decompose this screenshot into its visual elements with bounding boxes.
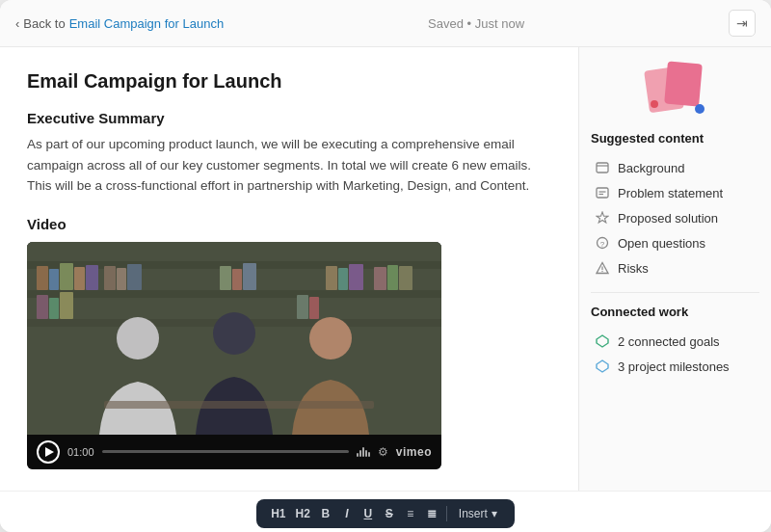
- toolbar-divider: [446, 506, 447, 521]
- toolbar-strikethrough[interactable]: S: [381, 505, 398, 522]
- milestones-icon: [595, 359, 610, 374]
- svg-rect-12: [220, 266, 231, 290]
- svg-rect-4: [37, 266, 48, 290]
- video-label: Video: [27, 216, 551, 232]
- svg-rect-19: [387, 265, 398, 290]
- app-window: ‹ Back to Email Campaign for Launch Save…: [0, 0, 771, 532]
- svg-rect-18: [374, 267, 386, 290]
- video-time: 01:00: [67, 446, 94, 458]
- document-title: Email Campaign for Launch: [27, 70, 551, 93]
- video-controls[interactable]: 01:00 ⚙ vimeo: [27, 435, 441, 469]
- play-button[interactable]: [37, 440, 60, 464]
- sidebar-item-background[interactable]: Background: [591, 155, 759, 180]
- back-chevron: ‹: [15, 16, 19, 31]
- toolbar-bold[interactable]: B: [317, 505, 334, 522]
- toolbar-underline[interactable]: U: [359, 505, 377, 522]
- toolbar-insert-button[interactable]: Insert ▾: [453, 505, 503, 522]
- svg-rect-23: [60, 292, 73, 319]
- sidebar-item-solution[interactable]: Proposed solution: [591, 205, 759, 230]
- svg-rect-16: [338, 268, 348, 290]
- toolbar-inner: H1 H2 B I U S ≡ ≣ Insert ▾: [256, 499, 515, 528]
- toolbar-list-unordered[interactable]: ≡: [402, 505, 419, 522]
- svg-point-27: [213, 312, 255, 355]
- svg-text:?: ?: [600, 240, 605, 249]
- video-container[interactable]: 01:00 ⚙ vimeo: [27, 242, 441, 469]
- svg-rect-14: [243, 263, 256, 290]
- sidebar-item-questions[interactable]: ? Open questions: [591, 230, 759, 255]
- solution-icon: [595, 210, 610, 226]
- connected-goals[interactable]: 2 connected goals: [591, 329, 759, 354]
- svg-rect-8: [86, 265, 98, 290]
- problem-icon: [595, 185, 610, 200]
- svg-rect-9: [104, 266, 116, 290]
- section-heading-summary: Executive Summary: [27, 110, 551, 126]
- section-body-summary: As part of our upcoming product launch, …: [27, 134, 551, 197]
- svg-rect-25: [309, 297, 319, 319]
- svg-rect-7: [74, 267, 85, 290]
- sidebar-illustration: [591, 63, 759, 120]
- sidebar-item-problem[interactable]: Problem statement: [591, 180, 759, 205]
- vimeo-logo: vimeo: [396, 445, 432, 459]
- video-progress-bar[interactable]: [102, 450, 349, 453]
- background-label: Background: [618, 161, 684, 175]
- svg-rect-15: [326, 266, 337, 290]
- connected-work-title: Connected work: [591, 305, 759, 319]
- insert-chevron: ▾: [492, 507, 497, 520]
- vbar-3: [362, 447, 364, 457]
- collapse-button[interactable]: ⇥: [729, 10, 756, 37]
- svg-rect-22: [49, 298, 59, 319]
- solution-label: Proposed solution: [618, 211, 718, 226]
- vbar-5: [368, 452, 370, 457]
- svg-point-26: [117, 317, 159, 359]
- back-label: Back to: [23, 16, 65, 31]
- problem-label: Problem statement: [618, 186, 723, 200]
- main-content: Email Campaign for Launch Executive Summ…: [0, 47, 578, 491]
- svg-rect-21: [37, 295, 48, 319]
- svg-rect-32: [597, 188, 608, 198]
- svg-rect-5: [49, 269, 59, 290]
- sidebar-divider: [591, 292, 759, 293]
- svg-point-28: [309, 317, 352, 359]
- goals-icon: [595, 333, 610, 349]
- risks-icon: [595, 260, 610, 276]
- play-icon: [45, 447, 54, 457]
- svg-rect-13: [232, 269, 242, 290]
- back-navigation[interactable]: ‹ Back to Email Campaign for Launch: [15, 16, 224, 31]
- settings-icon[interactable]: ⚙: [378, 445, 388, 459]
- svg-rect-2: [27, 290, 441, 298]
- back-link-text[interactable]: Email Campaign for Launch: [69, 16, 224, 31]
- svg-rect-29: [104, 401, 374, 409]
- collapse-icon: ⇥: [736, 15, 748, 31]
- vbar-2: [359, 450, 361, 457]
- svg-rect-17: [349, 264, 363, 290]
- svg-rect-30: [597, 163, 608, 173]
- connected-milestones[interactable]: 3 project milestones: [591, 354, 759, 379]
- background-icon: [595, 160, 610, 175]
- suggested-content-title: Suggested content: [591, 131, 759, 146]
- svg-marker-41: [597, 335, 608, 347]
- risks-label: Risks: [618, 261, 649, 276]
- illus-dot-blue: [695, 104, 705, 114]
- content-area: Email Campaign for Launch Executive Summ…: [0, 47, 771, 491]
- svg-rect-11: [127, 264, 142, 290]
- vbar-4: [365, 450, 367, 457]
- sidebar-item-risks[interactable]: Risks: [591, 255, 759, 280]
- top-bar: ‹ Back to Email Campaign for Launch Save…: [0, 0, 771, 47]
- svg-marker-35: [597, 212, 608, 223]
- toolbar-h2[interactable]: H2: [292, 505, 312, 522]
- toolbar-list-ordered[interactable]: ≣: [423, 505, 440, 522]
- svg-point-40: [601, 271, 602, 272]
- volume-indicator: [357, 447, 370, 457]
- questions-label: Open questions: [618, 236, 705, 251]
- svg-marker-42: [597, 360, 608, 372]
- svg-rect-10: [117, 268, 126, 290]
- svg-rect-24: [297, 295, 308, 319]
- insert-label: Insert: [459, 507, 488, 520]
- svg-rect-6: [60, 263, 73, 290]
- toolbar-h1[interactable]: H1: [268, 505, 288, 522]
- goals-label: 2 connected goals: [618, 334, 720, 349]
- toolbar-italic[interactable]: I: [338, 505, 356, 522]
- illus-dot-red: [651, 100, 658, 108]
- illus-card-front: [664, 62, 703, 107]
- milestones-label: 3 project milestones: [618, 359, 730, 374]
